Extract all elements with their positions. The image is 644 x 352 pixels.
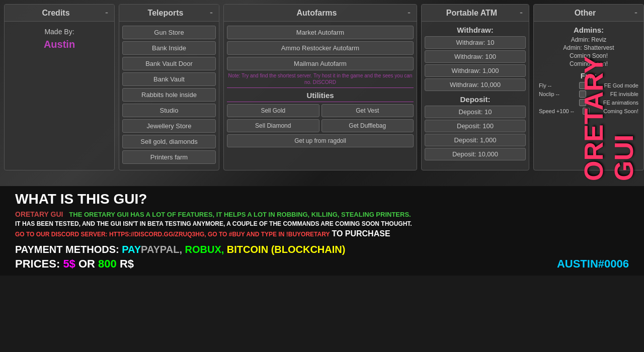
pay-pal: PAYPAL,	[141, 244, 182, 255]
discord-line-text: GO TO OUR DISCORD SERVER: HTTPS://DISCOR…	[15, 231, 330, 238]
withdraw-button[interactable]: Withdraw: 10,000	[425, 78, 526, 91]
utilities-label: Utilities	[227, 87, 414, 102]
teleport-button[interactable]: Bank Vault	[122, 72, 216, 86]
teleport-button[interactable]: Bank Inside	[122, 41, 216, 55]
fun-left-label: Fly --	[539, 82, 567, 89]
utility-row: Sell GoldGet Vest	[227, 104, 414, 117]
atm-panel: Portable ATM - Withdraw:Withdraw: 10With…	[421, 4, 529, 170]
autofarms-header: Autofarms -	[224, 5, 417, 22]
autofarm-button[interactable]: Ammo Restocker Autofarm	[227, 41, 414, 55]
deposit-button[interactable]: Deposit: 10,000	[425, 148, 526, 160]
fun-left-label: Noclip --	[539, 91, 567, 97]
oretary-gui-label: ORETARY GUI	[15, 210, 63, 218]
teleport-button[interactable]: Bank Vault Door	[122, 57, 216, 70]
deposit-button[interactable]: Deposit: 1,000	[425, 134, 526, 146]
what-is-title: WHAT IS THIS GUI?	[15, 191, 629, 207]
pay-pay: PAY	[122, 244, 141, 255]
withdraw-title: Withdraw:	[425, 26, 526, 34]
robux-text: ROBUX,	[185, 244, 224, 255]
autofarm-button[interactable]: Mailman Autofarm	[227, 57, 414, 70]
autofarms-minimize[interactable]: -	[408, 8, 411, 18]
oretary-vertical-label: ORETARY GUI	[574, 0, 644, 186]
teleport-button[interactable]: Jewellery Store	[122, 119, 216, 133]
teleport-button[interactable]: Gun Store	[122, 26, 216, 39]
deposit-button[interactable]: Deposit: 10	[425, 106, 526, 118]
to-purchase-text: TO PURCHASE	[332, 229, 390, 238]
price2: 800	[98, 257, 117, 271]
prices-line: PRICES: 5$ OR 800 R$	[15, 257, 629, 271]
desc1-text: THE ORETARY GUI HAS A LOT OF FEATURES, I…	[69, 211, 411, 218]
autofarms-title: Autofarms	[230, 9, 404, 18]
teleports-header: Teleports -	[119, 5, 219, 22]
withdraw-button[interactable]: Withdraw: 1,000	[425, 64, 526, 77]
made-by-name: Austin	[11, 39, 108, 50]
credits-title: Credits	[11, 9, 101, 18]
atm-minimize[interactable]: -	[520, 8, 523, 18]
autofarm-note: Note: Try and find the shortest server. …	[227, 72, 414, 85]
withdraw-button[interactable]: Withdraw: 10	[425, 36, 526, 49]
teleport-button[interactable]: Rabbits hole inside	[122, 88, 216, 102]
atm-body: Withdraw:Withdraw: 10Withdraw: 100Withdr…	[422, 22, 529, 166]
autofarms-panel: Autofarms - Market AutofarmAmmo Restocke…	[223, 4, 417, 170]
bottom-section: WHAT IS THIS GUI? ORETARY GUI THE ORETAR…	[0, 186, 644, 276]
autofarms-body: Market AutofarmAmmo Restocker AutofarmMa…	[224, 22, 417, 151]
teleports-body: Gun StoreBank InsideBank Vault DoorBank …	[119, 22, 219, 170]
prices-label: PRICES:	[15, 257, 60, 271]
utility-button[interactable]: Sell Diamond	[227, 119, 319, 132]
credits-minimize[interactable]: -	[105, 8, 108, 18]
payment-line: PAYMENT METHODS: PAYPAYPAL, ROBUX, BITCO…	[15, 244, 629, 255]
autofarm-button[interactable]: Market Autofarm	[227, 26, 414, 39]
price1-val: 5$	[63, 257, 75, 271]
payment-label: PAYMENT METHODS:	[15, 244, 119, 255]
rs-val: R$	[120, 257, 134, 271]
teleport-button[interactable]: Printers farm	[122, 150, 216, 164]
panels-container: Credits - Made By: Austin Teleports - Gu…	[4, 4, 644, 170]
made-by-label: Made By:	[11, 28, 108, 36]
teleports-minimize[interactable]: -	[210, 8, 213, 18]
deposit-title: Deposit:	[425, 95, 526, 104]
teleports-title: Teleports	[125, 9, 206, 18]
utility-button[interactable]: Get up from ragdoll	[227, 134, 414, 147]
austin-tag: AUSTIN#0006	[557, 257, 629, 271]
credits-panel: Credits - Made By: Austin	[4, 4, 115, 170]
fun-left-label: Speed +100 --	[539, 108, 574, 114]
utility-row: Get up from ragdoll	[227, 134, 414, 147]
credits-body: Made By: Austin	[5, 22, 114, 56]
bottom-line1: ORETARY GUI THE ORETARY GUI HAS A LOT OF…	[15, 210, 629, 218]
deposit-button[interactable]: Deposit: 100	[425, 120, 526, 132]
atm-header: Portable ATM -	[422, 5, 529, 22]
utility-button[interactable]: Get Dufflebag	[321, 119, 414, 132]
teleports-panel: Teleports - Gun StoreBank InsideBank Vau…	[119, 4, 219, 170]
utility-button[interactable]: Sell Gold	[227, 104, 319, 117]
withdraw-button[interactable]: Withdraw: 100	[425, 50, 526, 63]
utility-row: Sell DiamondGet Dufflebag	[227, 119, 414, 132]
teleport-button[interactable]: Sell gold, diamonds	[122, 135, 216, 148]
bitcoin-label: BITCOIN (BLOCKCHAIN)	[227, 244, 346, 255]
utility-button[interactable]: Get Vest	[321, 104, 414, 117]
desc2-text: IT HAS BEEN TESTED, AND THE GUI ISN'T IN…	[15, 220, 629, 227]
credits-header: Credits -	[5, 5, 114, 22]
teleport-button[interactable]: Studio	[122, 104, 216, 117]
atm-title: Portable ATM	[428, 9, 516, 18]
or-val: OR	[78, 257, 95, 271]
